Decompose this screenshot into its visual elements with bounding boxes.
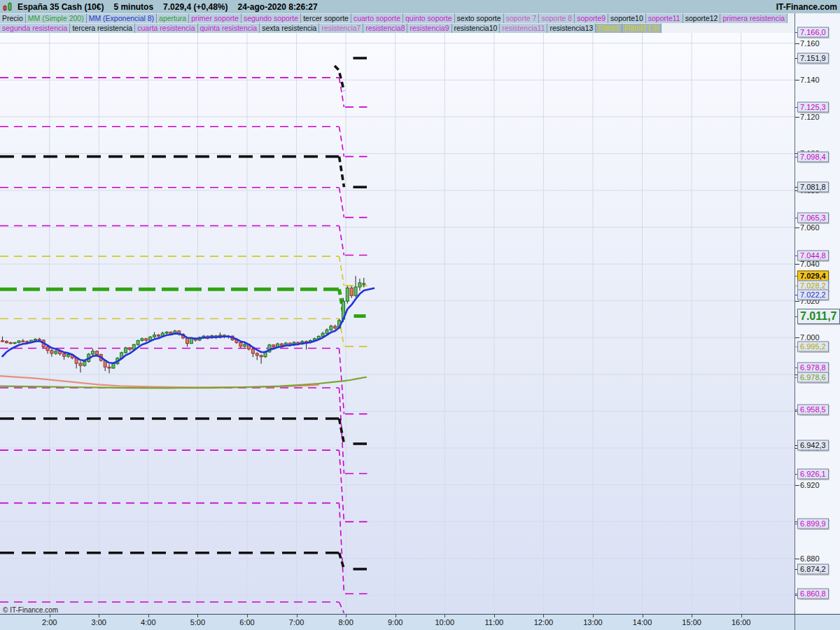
price-label-71519: 7.151,9 — [797, 53, 829, 64]
candle-body — [136, 340, 139, 344]
candle-body — [186, 338, 189, 344]
candle-body — [334, 326, 337, 328]
candle-body — [66, 354, 69, 356]
candle-body — [79, 363, 82, 365]
legend-item-cuarta-resistencia[interactable]: cuarta resistencia — [135, 23, 197, 33]
price-label-7060: 7.060 — [800, 223, 820, 232]
price-tick — [795, 264, 799, 265]
time-tick — [297, 615, 298, 617]
legend-item-soporte10[interactable]: soporte10 — [608, 13, 646, 23]
candle-body — [13, 342, 16, 343]
time-label-700: 7:00 — [289, 618, 304, 626]
time-label-1600: 16:00 — [732, 618, 751, 626]
candle-body — [251, 349, 254, 354]
legend-strip: PrecioMM (Simple 200)MM (Exponencial 8)a… — [0, 13, 794, 33]
legend-item-tercer-soporte[interactable]: tercer soporte — [301, 13, 351, 23]
datetime-label: 24-ago-2020 8:26:27 — [238, 2, 318, 12]
chart-canvas[interactable] — [0, 33, 794, 614]
legend-item-resistencia13[interactable]: resistencia13 — [547, 23, 596, 33]
time-tick — [148, 615, 149, 617]
candle-body — [363, 284, 365, 284]
legend-item-cuarto-soporte[interactable]: cuarto soporte — [351, 13, 403, 23]
time-tick — [444, 615, 445, 617]
legend-item-quinto-soporte[interactable]: quinto soporte — [403, 13, 455, 23]
legend-item-filtror-3-[interactable]: FiltroR ( 3) — [622, 23, 662, 33]
candle-body — [83, 361, 86, 365]
legend-item-soporte-8[interactable]: soporte 8 — [539, 13, 575, 23]
time-tick — [692, 615, 692, 617]
legend-item-quinta-resistencia[interactable]: quinta resistencia — [198, 23, 260, 33]
candle-body — [112, 364, 115, 368]
price-label-71253: 7.125,3 — [797, 102, 829, 113]
candle-body — [145, 339, 148, 340]
time-tick — [593, 615, 594, 617]
candle-body — [244, 344, 246, 346]
legend-item-mm-simple-200-[interactable]: MM (Simple 200) — [26, 13, 87, 23]
candle-body — [350, 288, 353, 295]
price-label-70117: 7.011,7 — [797, 309, 840, 324]
legend-item-segunda-resistencia[interactable]: segunda resistencia — [0, 23, 70, 33]
legend-item-primer-soporte[interactable]: primer soporte — [189, 13, 241, 23]
time-tick — [494, 615, 495, 617]
chart-plot-area[interactable] — [0, 33, 794, 614]
candle-body — [5, 342, 8, 343]
time-label-200: 2:00 — [42, 618, 57, 626]
candle-body — [38, 340, 41, 340]
time-label-900: 9:00 — [388, 618, 402, 626]
time-label-1100: 11:00 — [484, 618, 503, 626]
legend-item-soporte9[interactable]: soporte9 — [575, 13, 608, 23]
legend-item-filtros[interactable]: FiltroS — [596, 23, 622, 33]
change-percent: (+0,48%) — [193, 2, 227, 12]
candle-body — [255, 354, 258, 356]
price-tick — [795, 337, 799, 338]
legend-item-sexto-soporte[interactable]: sexto soporte — [455, 13, 504, 23]
candle-body — [346, 288, 349, 301]
price-axis[interactable]: 7.1607.1407.1207.1007.0807.0607.0407.020… — [794, 13, 840, 614]
time-label-300: 3:00 — [92, 618, 106, 626]
candle-body — [34, 340, 36, 341]
legend-row-2: segunda resistenciatercera resistenciacu… — [0, 23, 794, 33]
legend-item-precio[interactable]: Precio — [0, 13, 26, 23]
candle-body — [260, 356, 262, 357]
price-label-7120: 7.120 — [800, 113, 820, 121]
price-label-68999: 6.899,9 — [797, 518, 829, 528]
price-label-69585: 6.958,5 — [797, 405, 829, 415]
price-label-68608: 6.860,8 — [797, 589, 829, 599]
legend-item-soporte-7[interactable]: soporte 7 — [504, 13, 540, 23]
candle-body — [165, 332, 168, 333]
legend-item-resistencia10[interactable]: resistencia10 — [452, 23, 500, 33]
price-label-70448: 7.044,8 — [797, 250, 829, 260]
price-label-6920: 6.920 — [800, 481, 820, 489]
time-tick — [643, 615, 643, 617]
legend-item-tercera-resistencia[interactable]: tercera resistencia — [70, 23, 135, 33]
price-tick — [795, 43, 799, 44]
time-label-400: 4:00 — [141, 618, 155, 626]
legend-item-mm-exponencial-8-[interactable]: MM (Exponencial 8) — [87, 13, 157, 23]
candle-body — [169, 332, 172, 333]
last-price: 7.029,4 — [163, 2, 191, 12]
legend-item-soporte12[interactable]: soporte12 — [683, 13, 721, 23]
brand-label: IT-Finance.com — [776, 2, 837, 12]
legend-item-resistencia7[interactable]: resistencia7 — [319, 23, 363, 33]
legend-item-resistencia9[interactable]: resistencia9 — [407, 23, 451, 33]
legend-item-soporte11[interactable]: soporte11 — [646, 13, 683, 23]
legend-item-segundo-soporte[interactable]: segundo soporte — [241, 13, 301, 23]
time-tick — [99, 615, 99, 617]
candle-body — [272, 345, 275, 347]
price-tick — [795, 117, 799, 118]
price-label-7140: 7.140 — [800, 76, 820, 84]
legend-item-apertura[interactable]: apertura — [157, 13, 189, 23]
time-label-1200: 12:00 — [534, 618, 554, 626]
price-label-6880: 6.880 — [800, 554, 820, 563]
axis-corner — [794, 614, 840, 630]
legend-item-resistencia8[interactable]: resistencia8 — [363, 23, 407, 33]
legend-item-sexta-resistencia[interactable]: sexta resistencia — [260, 23, 319, 33]
time-axis[interactable]: 2:003:004:005:006:007:008:009:0010:0011:… — [0, 614, 794, 630]
price-label-69423: 6.942,3 — [797, 440, 829, 451]
timeframe-label: 5 minutos — [113, 2, 153, 12]
legend-row-1: PrecioMM (Simple 200)MM (Exponencial 8)a… — [0, 13, 794, 23]
legend-item-primera-resistencia[interactable]: primera resistencia — [720, 13, 788, 23]
candle-body — [92, 351, 94, 354]
price-label-68742: 6.874,2 — [797, 564, 829, 575]
legend-item-resistencia11[interactable]: resistencia11 — [500, 23, 547, 33]
